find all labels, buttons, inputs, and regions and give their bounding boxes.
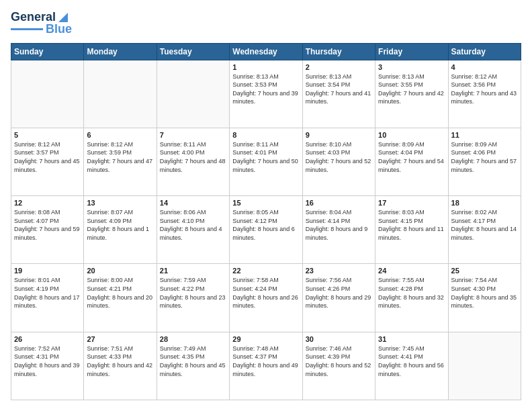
day-info: Sunrise: 7:52 AM Sunset: 4:31 PM Dayligh… bbox=[14, 345, 81, 378]
week-row-4: 19Sunrise: 8:01 AM Sunset: 4:19 PM Dayli… bbox=[11, 264, 521, 332]
day-info: Sunrise: 8:03 AM Sunset: 4:15 PM Dayligh… bbox=[378, 208, 445, 242]
day-info: Sunrise: 7:45 AM Sunset: 4:41 PM Dayligh… bbox=[378, 345, 445, 378]
day-info: Sunrise: 8:11 AM Sunset: 4:01 PM Dayligh… bbox=[232, 140, 299, 174]
day-cell: 30Sunrise: 7:46 AM Sunset: 4:39 PM Dayli… bbox=[302, 332, 375, 400]
day-cell: 11Sunrise: 8:09 AM Sunset: 4:06 PM Dayli… bbox=[448, 128, 521, 195]
day-number: 13 bbox=[87, 199, 153, 207]
day-cell: 14Sunrise: 8:06 AM Sunset: 4:10 PM Dayli… bbox=[157, 196, 229, 264]
day-info: Sunrise: 8:11 AM Sunset: 4:00 PM Dayligh… bbox=[160, 140, 226, 174]
day-info: Sunrise: 8:12 AM Sunset: 3:59 PM Dayligh… bbox=[87, 140, 153, 174]
day-info: Sunrise: 7:49 AM Sunset: 4:35 PM Dayligh… bbox=[160, 345, 226, 378]
day-info: Sunrise: 7:54 AM Sunset: 4:30 PM Dayligh… bbox=[451, 276, 518, 310]
day-cell bbox=[11, 60, 84, 128]
week-row-3: 12Sunrise: 8:08 AM Sunset: 4:07 PM Dayli… bbox=[11, 196, 521, 264]
day-number: 17 bbox=[378, 199, 445, 207]
day-info: Sunrise: 8:05 AM Sunset: 4:12 PM Dayligh… bbox=[232, 208, 299, 242]
day-info: Sunrise: 7:58 AM Sunset: 4:24 PM Dayligh… bbox=[232, 276, 299, 310]
day-info: Sunrise: 7:46 AM Sunset: 4:39 PM Dayligh… bbox=[306, 345, 372, 378]
day-info: Sunrise: 7:55 AM Sunset: 4:28 PM Dayligh… bbox=[378, 276, 445, 310]
day-number: 15 bbox=[232, 199, 299, 207]
day-cell: 8Sunrise: 8:11 AM Sunset: 4:01 PM Daylig… bbox=[230, 128, 302, 195]
day-number: 26 bbox=[14, 335, 81, 343]
day-cell: 2Sunrise: 8:13 AM Sunset: 3:54 PM Daylig… bbox=[302, 60, 375, 128]
day-info: Sunrise: 8:09 AM Sunset: 4:06 PM Dayligh… bbox=[451, 140, 518, 174]
day-cell: 12Sunrise: 8:08 AM Sunset: 4:07 PM Dayli… bbox=[11, 196, 84, 264]
day-number: 6 bbox=[87, 131, 153, 139]
calendar: SundayMondayTuesdayWednesdayThursdayFrid… bbox=[11, 43, 521, 400]
day-cell: 9Sunrise: 8:10 AM Sunset: 4:03 PM Daylig… bbox=[302, 128, 375, 195]
weekday-header-tuesday: Tuesday bbox=[157, 43, 229, 60]
day-cell bbox=[157, 60, 229, 128]
day-number: 14 bbox=[160, 199, 226, 207]
day-info: Sunrise: 7:59 AM Sunset: 4:22 PM Dayligh… bbox=[160, 276, 226, 310]
day-cell: 7Sunrise: 8:11 AM Sunset: 4:00 PM Daylig… bbox=[157, 128, 229, 195]
day-info: Sunrise: 8:09 AM Sunset: 4:04 PM Dayligh… bbox=[378, 140, 445, 174]
day-number: 20 bbox=[87, 267, 153, 275]
day-info: Sunrise: 8:13 AM Sunset: 3:54 PM Dayligh… bbox=[306, 73, 372, 106]
day-cell: 21Sunrise: 7:59 AM Sunset: 4:22 PM Dayli… bbox=[157, 264, 229, 332]
day-cell: 28Sunrise: 7:49 AM Sunset: 4:35 PM Dayli… bbox=[157, 332, 229, 400]
weekday-header-wednesday: Wednesday bbox=[230, 43, 302, 60]
day-cell: 16Sunrise: 8:04 AM Sunset: 4:14 PM Dayli… bbox=[302, 196, 375, 264]
weekday-header-saturday: Saturday bbox=[448, 43, 521, 60]
day-number: 27 bbox=[87, 335, 153, 343]
day-cell: 20Sunrise: 8:00 AM Sunset: 4:21 PM Dayli… bbox=[84, 264, 157, 332]
day-number: 18 bbox=[451, 199, 518, 207]
day-info: Sunrise: 8:01 AM Sunset: 4:19 PM Dayligh… bbox=[14, 276, 81, 310]
day-cell bbox=[448, 332, 521, 400]
day-cell: 18Sunrise: 8:02 AM Sunset: 4:17 PM Dayli… bbox=[448, 196, 521, 264]
day-number: 4 bbox=[451, 63, 518, 71]
day-number: 28 bbox=[160, 335, 226, 343]
day-number: 31 bbox=[378, 335, 445, 343]
day-number: 2 bbox=[306, 63, 372, 71]
day-number: 3 bbox=[378, 63, 445, 71]
day-info: Sunrise: 8:10 AM Sunset: 4:03 PM Dayligh… bbox=[306, 140, 372, 174]
day-info: Sunrise: 8:13 AM Sunset: 3:55 PM Dayligh… bbox=[378, 73, 445, 106]
day-info: Sunrise: 8:12 AM Sunset: 3:57 PM Dayligh… bbox=[14, 140, 81, 174]
week-row-1: 1Sunrise: 8:13 AM Sunset: 3:53 PM Daylig… bbox=[11, 60, 521, 128]
day-info: Sunrise: 8:13 AM Sunset: 3:53 PM Dayligh… bbox=[232, 73, 299, 106]
logo-text-blue: Blue bbox=[46, 23, 72, 36]
day-cell: 15Sunrise: 8:05 AM Sunset: 4:12 PM Dayli… bbox=[230, 196, 302, 264]
day-number: 22 bbox=[232, 267, 299, 275]
day-number: 12 bbox=[14, 199, 81, 207]
day-info: Sunrise: 8:06 AM Sunset: 4:10 PM Dayligh… bbox=[160, 208, 226, 242]
day-number: 7 bbox=[160, 131, 226, 139]
day-number: 29 bbox=[232, 335, 299, 343]
day-cell: 24Sunrise: 7:55 AM Sunset: 4:28 PM Dayli… bbox=[375, 264, 448, 332]
day-info: Sunrise: 7:48 AM Sunset: 4:37 PM Dayligh… bbox=[232, 345, 299, 378]
day-number: 8 bbox=[232, 131, 299, 139]
day-cell: 3Sunrise: 8:13 AM Sunset: 3:55 PM Daylig… bbox=[375, 60, 448, 128]
day-cell bbox=[84, 60, 157, 128]
day-info: Sunrise: 8:04 AM Sunset: 4:14 PM Dayligh… bbox=[306, 208, 372, 242]
day-cell: 29Sunrise: 7:48 AM Sunset: 4:37 PM Dayli… bbox=[230, 332, 302, 400]
weekday-header-thursday: Thursday bbox=[302, 43, 375, 60]
day-number: 10 bbox=[378, 131, 445, 139]
day-cell: 23Sunrise: 7:56 AM Sunset: 4:26 PM Dayli… bbox=[302, 264, 375, 332]
day-info: Sunrise: 8:12 AM Sunset: 3:56 PM Dayligh… bbox=[451, 73, 518, 106]
day-cell: 17Sunrise: 8:03 AM Sunset: 4:15 PM Dayli… bbox=[375, 196, 448, 264]
day-number: 30 bbox=[306, 335, 372, 343]
day-cell: 13Sunrise: 8:07 AM Sunset: 4:09 PM Dayli… bbox=[84, 196, 157, 264]
weekday-header-monday: Monday bbox=[84, 43, 157, 60]
logo: General Blue bbox=[11, 11, 72, 36]
day-number: 5 bbox=[14, 131, 81, 139]
weekday-header-row: SundayMondayTuesdayWednesdayThursdayFrid… bbox=[11, 43, 521, 60]
weekday-header-sunday: Sunday bbox=[11, 43, 84, 60]
day-number: 23 bbox=[306, 267, 372, 275]
day-cell: 1Sunrise: 8:13 AM Sunset: 3:53 PM Daylig… bbox=[230, 60, 302, 128]
day-cell: 6Sunrise: 8:12 AM Sunset: 3:59 PM Daylig… bbox=[84, 128, 157, 195]
week-row-2: 5Sunrise: 8:12 AM Sunset: 3:57 PM Daylig… bbox=[11, 128, 521, 195]
header: General Blue bbox=[11, 11, 521, 36]
day-info: Sunrise: 8:00 AM Sunset: 4:21 PM Dayligh… bbox=[87, 276, 153, 310]
svg-marker-0 bbox=[58, 13, 68, 22]
day-info: Sunrise: 8:07 AM Sunset: 4:09 PM Dayligh… bbox=[87, 208, 153, 242]
day-number: 16 bbox=[306, 199, 372, 207]
day-info: Sunrise: 7:56 AM Sunset: 4:26 PM Dayligh… bbox=[306, 276, 372, 310]
day-number: 9 bbox=[306, 131, 372, 139]
day-cell: 19Sunrise: 8:01 AM Sunset: 4:19 PM Dayli… bbox=[11, 264, 84, 332]
day-number: 25 bbox=[451, 267, 518, 275]
day-cell: 5Sunrise: 8:12 AM Sunset: 3:57 PM Daylig… bbox=[11, 128, 84, 195]
page: General Blue SundayMondayTuesdayWednesda… bbox=[0, 0, 532, 411]
weekday-header-friday: Friday bbox=[375, 43, 448, 60]
